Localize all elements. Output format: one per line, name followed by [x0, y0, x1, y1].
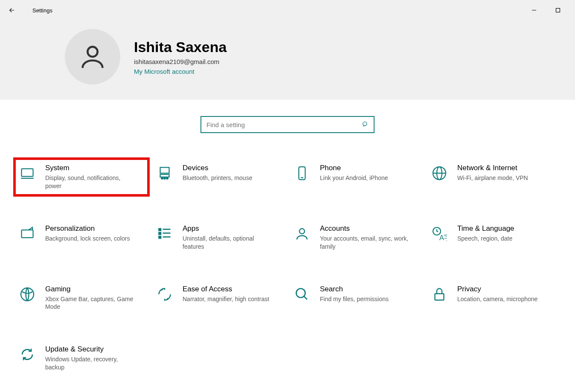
tile-time-language[interactable]: A字 Time & Language Speech, region, date — [427, 219, 560, 256]
svg-point-10 — [164, 177, 166, 179]
gaming-icon — [18, 285, 37, 304]
tile-desc: Xbox Game Bar, captures, Game Mode — [45, 295, 135, 311]
lock-icon — [430, 285, 449, 304]
microsoft-account-link[interactable]: My Microsoft account — [134, 68, 227, 75]
svg-rect-7 — [160, 168, 169, 174]
tile-desc: Find my files, permissions — [320, 295, 389, 303]
svg-rect-30 — [435, 293, 444, 300]
tile-title: Search — [320, 285, 389, 293]
svg-point-24 — [299, 229, 305, 234]
titlebar: Settings — [0, 0, 575, 20]
search-tile-icon — [293, 285, 311, 304]
back-button[interactable] — [3, 2, 20, 19]
search-box[interactable] — [200, 116, 375, 133]
svg-point-28 — [296, 288, 305, 297]
tile-system[interactable]: System Display, sound, notifications, po… — [15, 159, 148, 195]
tile-network[interactable]: Network & Internet Wi-Fi, airplane mode,… — [427, 159, 560, 195]
apps-icon — [155, 224, 174, 243]
svg-line-29 — [304, 296, 308, 299]
tile-title: System — [45, 164, 135, 172]
tile-title: Update & Security — [45, 345, 135, 354]
svg-rect-8 — [160, 174, 169, 177]
svg-rect-20 — [159, 236, 161, 238]
tile-desc: Your accounts, email, sync, work, family — [320, 235, 409, 251]
tile-title: Time & Language — [457, 224, 514, 233]
update-icon — [18, 345, 37, 364]
tile-title: Privacy — [457, 285, 537, 293]
tile-title: Ease of Access — [183, 285, 269, 293]
svg-rect-19 — [159, 232, 161, 235]
globe-icon — [430, 164, 449, 183]
tile-personalization[interactable]: Personalization Background, lock screen,… — [15, 219, 148, 256]
tile-desc: Link your Android, iPhone — [320, 174, 388, 182]
tile-search[interactable]: Search Find my files, permissions — [289, 280, 423, 317]
tile-ease-of-access[interactable]: Ease of Access Narrator, magnifier, high… — [152, 280, 286, 317]
window-title: Settings — [32, 7, 52, 14]
search-wrap — [0, 100, 575, 159]
svg-text:A字: A字 — [439, 234, 447, 241]
user-name: Ishita Saxena — [134, 39, 227, 55]
tile-title: Personalization — [45, 224, 130, 233]
svg-point-3 — [363, 122, 367, 126]
person-icon — [293, 224, 311, 243]
tile-desc: Uninstall, defaults, optional features — [183, 235, 272, 251]
tile-privacy[interactable]: Privacy Location, camera, microphone — [427, 280, 560, 317]
system-icon — [18, 164, 37, 183]
window-controls — [527, 3, 572, 17]
svg-rect-17 — [22, 230, 33, 238]
tile-title: Devices — [183, 164, 252, 172]
tile-devices[interactable]: Devices Bluetooth, printers, mouse — [152, 159, 286, 195]
tile-desc: Location, camera, microphone — [457, 295, 537, 303]
tile-title: Phone — [320, 164, 388, 172]
maximize-button[interactable] — [551, 3, 565, 17]
paint-icon — [18, 224, 37, 243]
svg-rect-1 — [556, 9, 560, 12]
tile-desc: Narrator, magnifier, high contrast — [183, 295, 269, 303]
avatar[interactable] — [65, 29, 120, 84]
tile-phone[interactable]: Phone Link your Android, iPhone — [289, 159, 423, 195]
svg-point-2 — [87, 47, 97, 57]
tile-accounts[interactable]: Accounts Your accounts, email, sync, wor… — [289, 219, 423, 256]
tile-desc: Bluetooth, printers, mouse — [183, 174, 252, 182]
search-input[interactable] — [206, 121, 362, 128]
search-icon — [362, 121, 369, 128]
phone-icon — [293, 164, 311, 183]
tile-title: Accounts — [320, 224, 409, 233]
user-info: Ishita Saxena ishitasaxena2109@gmail.com… — [134, 39, 227, 75]
tile-desc: Wi-Fi, airplane mode, VPN — [457, 174, 528, 182]
tile-title: Network & Internet — [457, 164, 528, 172]
user-email: ishitasaxena2109@gmail.com — [134, 58, 227, 65]
settings-grid: System Display, sound, notifications, po… — [0, 159, 575, 377]
tile-update-security[interactable]: Update & Security Windows Update, recove… — [15, 340, 148, 377]
time-lang-icon: A字 — [430, 224, 449, 243]
account-header: Ishita Saxena ishitasaxena2109@gmail.com… — [0, 20, 575, 100]
svg-point-9 — [161, 177, 163, 179]
tile-title: Gaming — [45, 285, 135, 293]
svg-rect-5 — [22, 169, 33, 177]
tile-desc: Background, lock screen, colors — [45, 235, 130, 243]
svg-point-11 — [166, 177, 168, 179]
minimize-button[interactable] — [527, 3, 541, 17]
devices-icon — [155, 164, 174, 183]
tile-apps[interactable]: Apps Uninstall, defaults, optional featu… — [152, 219, 286, 256]
tile-desc: Windows Update, recovery, backup — [45, 355, 135, 372]
ease-icon — [155, 285, 174, 304]
tile-desc: Speech, region, date — [457, 235, 514, 243]
tile-gaming[interactable]: Gaming Xbox Game Bar, captures, Game Mod… — [15, 280, 148, 317]
tile-desc: Display, sound, notifications, power — [45, 174, 135, 190]
svg-point-27 — [21, 288, 34, 301]
svg-rect-18 — [159, 229, 161, 231]
tile-title: Apps — [183, 224, 272, 233]
